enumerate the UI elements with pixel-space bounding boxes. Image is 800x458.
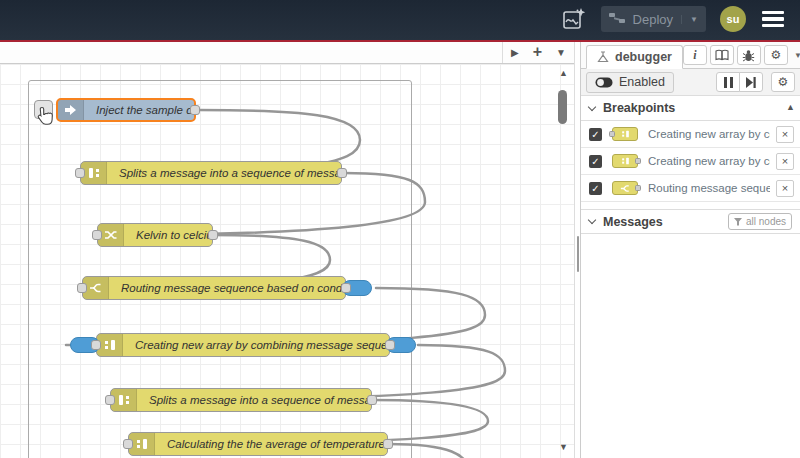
step-next-icon[interactable] (739, 72, 763, 92)
sidebar-tabs-caret-icon[interactable]: ▼ (791, 51, 800, 60)
remove-breakpoint-icon[interactable]: × (776, 180, 794, 197)
output-port[interactable] (190, 105, 200, 115)
toggle-on-icon (595, 77, 613, 88)
flow-assistant-icon[interactable] (561, 6, 587, 32)
debugger-enabled-toggle[interactable]: Enabled (586, 72, 674, 93)
info-tab-icon[interactable]: i (683, 45, 707, 65)
node-split-2[interactable]: Splits a message into a sequence of mess… (110, 388, 372, 412)
node-label: Inject the sample data (84, 100, 194, 120)
remove-breakpoint-icon[interactable]: × (776, 153, 794, 170)
switch-node-output-icon (612, 181, 638, 195)
collapse-chevron-icon (588, 102, 596, 110)
breakpoint-label: Creating new array by combining message … (648, 128, 770, 140)
splitter-grip[interactable] (577, 236, 579, 272)
debug-bug-icon[interactable] (737, 45, 761, 65)
tab-debugger-label: debugger (615, 50, 672, 64)
deploy-icon (609, 12, 625, 27)
breakpoint-row[interactable]: ✓ Creating new array by combining messag… (581, 121, 800, 148)
node-join-average[interactable]: Calculating the the average of temperatu… (128, 432, 388, 456)
breakpoint-checkbox[interactable]: ✓ (589, 182, 602, 195)
canvas-scroll-up-icon[interactable]: ▲ (559, 69, 568, 78)
flow-list-caret-icon[interactable]: ▼ (556, 47, 566, 58)
input-port[interactable] (92, 230, 102, 240)
node-join-array[interactable]: Creating new array by combining message … (96, 333, 390, 357)
filter-label: all nodes (746, 216, 786, 227)
node-label: Kelvin to celcius (124, 224, 212, 246)
wire (388, 444, 473, 458)
output-port[interactable] (337, 168, 347, 178)
breakpoint-row[interactable]: ✓ Creating new array by combining messag… (581, 148, 800, 175)
header-bar: Deploy ▼ su (0, 0, 800, 42)
deploy-label: Deploy (633, 12, 673, 27)
sidebar-tabbar: debugger i ⚙ ▼ (581, 42, 800, 69)
input-port[interactable] (123, 439, 133, 449)
filter-funnel-icon (734, 218, 742, 226)
output-port[interactable] (385, 340, 395, 350)
breakpoints-title: Breakpoints (603, 101, 675, 115)
config-gear-icon[interactable]: ⚙ (764, 45, 788, 65)
node-label: Splits a message into a sequence of mess… (137, 389, 371, 411)
join-node-input-icon (612, 127, 638, 141)
tab-debugger[interactable]: debugger (586, 45, 683, 69)
output-port[interactable] (367, 395, 377, 405)
node-label: Calculating the the average of temperatu… (155, 433, 387, 455)
input-port[interactable] (75, 168, 85, 178)
pause-icon[interactable] (716, 72, 740, 92)
sidebar-scroll-up-icon[interactable]: ▲ (786, 103, 795, 112)
input-port[interactable] (91, 340, 101, 350)
flow-canvas[interactable]: Inject the sample data Splits a message … (0, 64, 574, 458)
debugger-flask-icon (597, 51, 609, 63)
sidebar-splitter[interactable] (574, 42, 581, 458)
sidebar: debugger i ⚙ ▼ (581, 42, 800, 458)
breakpoint-row[interactable]: ✓ Routing message sequence based on cond… (581, 175, 800, 202)
messages-filter-button[interactable]: all nodes (728, 213, 792, 230)
flow-tabstrip: ▶ + ▼ (0, 42, 574, 64)
canvas-scrollbar-thumb[interactable] (558, 90, 567, 124)
node-switch-routing[interactable]: Routing message sequence based on condit… (82, 276, 346, 300)
node-label: Splits a message into a sequence of mess… (107, 162, 341, 184)
inject-icon (58, 100, 84, 120)
breakpoints-section-header[interactable]: Breakpoints ▲ (581, 96, 800, 121)
help-book-icon[interactable] (710, 45, 734, 65)
output-port[interactable] (208, 230, 218, 240)
output-port[interactable] (341, 283, 351, 293)
add-flow-icon[interactable]: + (533, 43, 542, 61)
messages-title: Messages (603, 215, 663, 229)
node-label: Routing message sequence based on condit… (109, 277, 345, 299)
debugger-settings-gear-icon[interactable]: ⚙ (771, 72, 795, 92)
breakpoint-label: Creating new array by combining message … (648, 155, 770, 167)
node-label: Creating new array by combining message … (123, 334, 389, 356)
deploy-options-caret-icon[interactable]: ▼ (681, 15, 698, 24)
canvas-scroll-down-icon[interactable]: ▼ (559, 443, 568, 452)
messages-section-header[interactable]: Messages all nodes (581, 209, 800, 234)
collapse-chevron-icon (588, 216, 596, 224)
main-menu-icon[interactable] (760, 7, 786, 32)
node-red-app: Deploy ▼ su ▶ + ▼ (0, 0, 800, 458)
remove-breakpoint-icon[interactable]: × (776, 126, 794, 143)
breakpoint-checkbox[interactable]: ✓ (589, 128, 602, 141)
node-change-kelvin[interactable]: Kelvin to celcius (97, 223, 213, 247)
debugger-toolbar: Enabled ⚙ (581, 69, 800, 96)
output-port[interactable] (383, 439, 393, 449)
input-port[interactable] (105, 395, 115, 405)
breakpoint-label: Routing message sequence based on condit… (648, 182, 770, 194)
node-split-1[interactable]: Splits a message into a sequence of mess… (80, 161, 342, 185)
breakpoint-checkbox[interactable]: ✓ (589, 155, 602, 168)
join-node-output-icon (612, 154, 638, 168)
user-avatar[interactable]: su (720, 6, 746, 32)
mouse-cursor-hand (36, 106, 54, 130)
input-port[interactable] (77, 283, 87, 293)
node-inject[interactable]: Inject the sample data (56, 98, 196, 122)
tab-scroll-right-icon[interactable]: ▶ (511, 47, 519, 58)
enabled-label: Enabled (619, 75, 665, 89)
deploy-button[interactable]: Deploy ▼ (601, 6, 706, 32)
